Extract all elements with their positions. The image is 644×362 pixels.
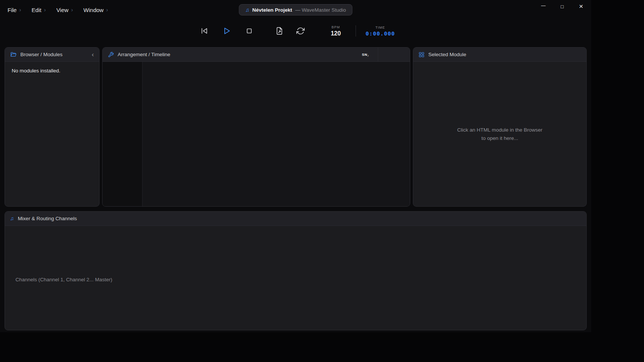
menu-file-label: File (8, 7, 17, 13)
stop-button[interactable] (242, 23, 257, 38)
time-label: TIME (376, 26, 385, 29)
mixer-panel-body: Channels (Channel 1, Channel 2... Master… (5, 226, 586, 330)
folder-icon (10, 51, 17, 58)
grid-icon (419, 52, 425, 58)
transport-file-buttons (272, 23, 308, 38)
arrangement-panel-header: Arrangement / Timeline SN ♪ (103, 48, 410, 62)
track-list-strip[interactable] (103, 62, 143, 206)
selected-module-body: Click an HTML module in the Browser to o… (413, 62, 586, 206)
mixer-panel: ♫ Mixer & Routing Channels Channels (Cha… (5, 211, 587, 330)
collapse-panel-icon[interactable]: ‹ (92, 51, 94, 58)
arrangement-panel-body (103, 62, 410, 206)
browser-panel-header: Browser / Modules ‹ (5, 48, 99, 62)
menu-window[interactable]: Window › (83, 7, 108, 13)
chevron-right-icon: › (44, 7, 46, 13)
menu-edit-label: Edit (32, 7, 41, 13)
bpm-display[interactable]: BPM 120 (326, 25, 346, 37)
arrangement-panel: Arrangement / Timeline SN ♪ (102, 47, 410, 207)
transport-main-buttons (196, 23, 257, 38)
arrangement-panel-title: Arrangement / Timeline (118, 52, 170, 57)
channels-placeholder-text: Channels (Channel 1, Channel 2... Master… (15, 277, 112, 282)
selected-module-panel-title: Selected Module (428, 52, 466, 57)
project-title-pill[interactable]: ♫ Névtelen Projekt — WaveMaster Studio (239, 4, 353, 15)
stop-icon (245, 27, 253, 35)
new-file-button[interactable] (272, 23, 287, 38)
app-name: — WaveMaster Studio (295, 7, 346, 13)
skip-to-start-button[interactable] (196, 23, 212, 38)
menu-window-label: Window (83, 7, 103, 13)
minimize-icon: — (541, 3, 546, 8)
transport-bar: BPM 120 TIME 0:00.000 (0, 20, 591, 42)
browser-panel-title: Browser / Modules (20, 52, 63, 57)
maximize-button[interactable]: □ (553, 0, 572, 13)
wrench-icon (108, 52, 114, 58)
timeline-canvas[interactable] (143, 62, 410, 206)
browser-panel-body: No modules installed. (5, 62, 99, 206)
transport-divider (356, 25, 356, 37)
menu-file[interactable]: File › (8, 7, 21, 13)
chevron-right-icon: › (71, 7, 73, 13)
selected-module-panel: Selected Module Click an HTML module in … (413, 47, 587, 207)
loop-icon (296, 27, 305, 35)
browser-panel: Browser / Modules ‹ No modules installed… (5, 47, 100, 207)
music-note-icon: ♫ (10, 216, 14, 221)
minimize-button[interactable]: — (534, 0, 553, 13)
chevron-right-icon: › (19, 7, 21, 13)
no-modules-text: No modules installed. (12, 68, 60, 74)
top-panels-row: Browser / Modules ‹ No modules installed… (5, 47, 587, 207)
selected-module-panel-header: Selected Module (413, 48, 586, 62)
chevron-right-icon: › (106, 7, 108, 13)
module-placeholder-text: Click an HTML module in the Browser to o… (457, 126, 542, 142)
snap-toggle[interactable]: SN ♪ (362, 52, 369, 57)
menu-view[interactable]: View › (56, 7, 73, 13)
mixer-panel-header: ♫ Mixer & Routing Channels (5, 212, 586, 226)
loop-button[interactable] (293, 23, 308, 38)
module-placeholder-line2: to open it here... (457, 134, 542, 143)
snap-label: SN (362, 52, 367, 57)
close-icon: × (579, 2, 583, 11)
play-icon (222, 26, 231, 35)
time-value: 0:00.000 (366, 31, 395, 37)
module-placeholder-line1: Click an HTML module in the Browser (457, 126, 542, 134)
music-note-icon: ♫ (245, 7, 250, 13)
menu-edit[interactable]: Edit › (32, 7, 46, 13)
mixer-panel-title: Mixer & Routing Channels (18, 216, 77, 221)
app-window: File › Edit › View › Window › ♫ Névtelen… (0, 0, 591, 332)
menu-view-label: View (56, 7, 68, 13)
maximize-icon: □ (561, 4, 564, 9)
main-content: Browser / Modules ‹ No modules installed… (0, 42, 591, 330)
close-button[interactable]: × (572, 0, 590, 13)
titlebar: File › Edit › View › Window › ♫ Névtelen… (0, 0, 591, 20)
skip-to-start-icon (200, 27, 208, 35)
time-display: TIME 0:00.000 (366, 26, 395, 37)
file-arrow-icon (275, 27, 284, 35)
bpm-value: 120 (331, 30, 341, 37)
header-divider (378, 48, 378, 61)
window-controls: — □ × (534, 0, 590, 13)
bpm-label: BPM (331, 25, 340, 29)
play-button[interactable] (219, 23, 234, 38)
snap-note-icon: ♪ (367, 54, 369, 57)
project-name: Névtelen Projekt (252, 7, 292, 13)
